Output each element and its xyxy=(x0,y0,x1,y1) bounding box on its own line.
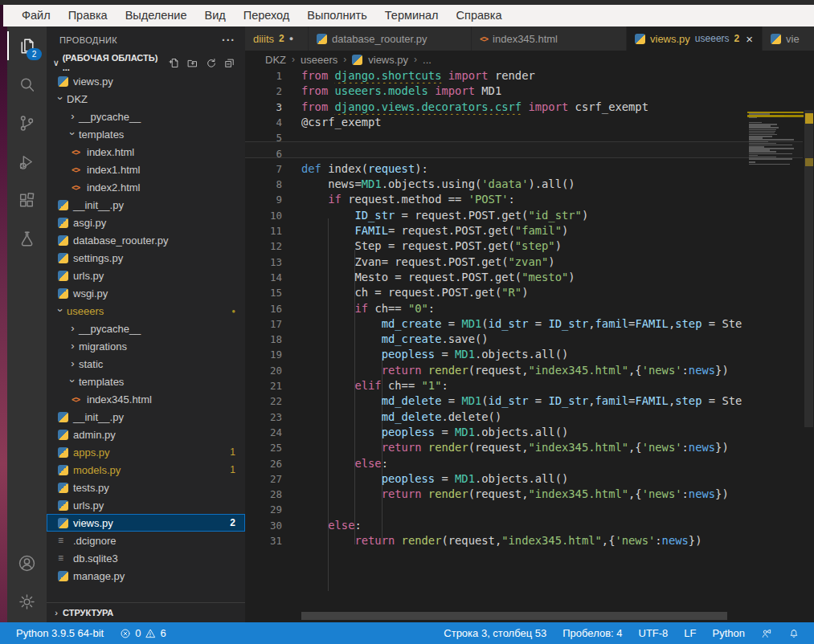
menu-item-Справка[interactable]: Справка xyxy=(448,5,511,26)
code-line-11[interactable]: 11 FAMIL= request.POST.get("famil") xyxy=(245,223,814,238)
tree-item-views.py[interactable]: views.py xyxy=(47,72,245,90)
tree-item-urls.py[interactable]: urls.py xyxy=(47,496,245,514)
status-feedback-icon[interactable] xyxy=(755,628,779,639)
tree-item-database_roouter.py[interactable]: database_roouter.py xyxy=(47,231,245,249)
code-line-13[interactable]: 13 Zvan= request.POST.get("zvan") xyxy=(245,255,814,270)
code-line-28[interactable]: 28 return render(request,"index345.html"… xyxy=(245,487,814,502)
status-indentation[interactable]: Пробелов: 4 xyxy=(556,627,628,639)
activity-explorer-icon[interactable]: 2 xyxy=(7,26,47,65)
code-line-21[interactable]: 21 elif ch== "1": xyxy=(245,378,814,393)
activity-source-control-icon[interactable] xyxy=(7,104,47,142)
code-line-27[interactable]: 27 peopless = MD1.objects.all() xyxy=(245,471,814,487)
outline-section-header[interactable]: › СТРУКТУРА xyxy=(47,602,245,622)
menu-item-Выделение[interactable]: Выделение xyxy=(117,5,196,26)
new-file-icon[interactable] xyxy=(166,55,182,71)
minimap[interactable] xyxy=(747,112,804,168)
tree-item-apps.py[interactable]: apps.py1 xyxy=(47,443,245,461)
code-line-19[interactable]: 19 peopless = MD1.objects.all() xyxy=(245,347,814,362)
breadcrumb-item-DKZ[interactable]: DKZ xyxy=(265,54,286,66)
menu-item-Переход[interactable]: Переход xyxy=(235,5,299,26)
menu-item-Терминал[interactable]: Терминал xyxy=(376,5,448,26)
status-eol[interactable]: LF xyxy=(677,627,702,639)
code-line-24[interactable]: 24 peopless = MD1.objects.all() xyxy=(245,425,814,440)
tree-item-index1.html[interactable]: <>index1.html xyxy=(47,161,245,178)
code-line-17[interactable]: 17 md_create = MD1(id_str = ID_str,famil… xyxy=(245,316,814,332)
menu-item-Вид[interactable]: Вид xyxy=(195,5,234,26)
tree-item-useeers[interactable]: ›useeers● xyxy=(47,302,245,320)
status-problems[interactable]: 06 xyxy=(113,627,172,639)
tree-item-.dcignore[interactable]: ≡.dcignore xyxy=(47,532,245,549)
breadcrumb-item-useeers[interactable]: useeers xyxy=(301,54,337,66)
tree-item-__init__.py[interactable]: __init__.py xyxy=(47,408,245,426)
code-line-25[interactable]: 25 return render(request,"index345.html"… xyxy=(245,440,814,455)
tree-item-asgi.py[interactable]: asgi.py xyxy=(47,214,245,231)
activity-run-debug-icon[interactable] xyxy=(7,142,47,181)
tree-item-static[interactable]: ›static xyxy=(47,355,245,373)
tree-item-models.py[interactable]: models.py1 xyxy=(47,461,245,479)
code-line-29[interactable]: 29 xyxy=(245,502,814,517)
code-line-8[interactable]: 8 news=MD1.objects.using('daata').all() xyxy=(245,177,814,192)
tab-views.py[interactable]: views.pyuseeers2× xyxy=(627,26,763,51)
code-line-12[interactable]: 12 Step = request.POST.get("step") xyxy=(245,238,814,254)
code-line-4[interactable]: 4@csrf_exempt xyxy=(245,115,814,130)
workspace-section-header[interactable]: ∨ (РАБОЧАЯ ОБЛАСТЬ) ... xyxy=(47,53,245,72)
activity-search-icon[interactable] xyxy=(7,65,47,104)
activity-settings-icon[interactable] xyxy=(7,582,47,621)
tree-item-manage.py[interactable]: manage.py xyxy=(47,567,245,585)
status-language[interactable]: Python xyxy=(706,627,751,639)
tab-diiits[interactable]: diiits2● xyxy=(245,26,309,51)
tree-item-__pycache__[interactable]: ›__pycache__ xyxy=(47,320,245,337)
tree-item-urls.py[interactable]: urls.py xyxy=(47,267,245,284)
tree-item-views.py[interactable]: views.py2 xyxy=(47,514,245,532)
status-bell-icon[interactable] xyxy=(782,628,806,639)
code-line-14[interactable]: 14 Mesto = request.POST.get("mesto") xyxy=(245,270,814,285)
code-line-6[interactable]: 6 xyxy=(245,146,814,161)
new-folder-icon[interactable] xyxy=(184,55,200,71)
code-line-20[interactable]: 20 return render(request,"index345.html"… xyxy=(245,363,814,378)
breadcrumb[interactable]: DKZ›useeers›views.py›... xyxy=(245,51,814,68)
tree-item-wsgi.py[interactable]: wsgi.py xyxy=(47,284,245,302)
tree-item-templates[interactable]: ›templates xyxy=(47,125,245,143)
code-line-15[interactable]: 15 ch = request.POST.get("R") xyxy=(245,285,814,300)
activity-extensions-icon[interactable] xyxy=(7,181,47,219)
tree-item-index.html[interactable]: <>index.html xyxy=(47,143,245,161)
code-line-1[interactable]: 1from django.shortcuts import render xyxy=(245,68,814,84)
activity-account-icon[interactable] xyxy=(7,544,47,582)
menu-item-Выполнить[interactable]: Выполнить xyxy=(298,5,375,26)
tree-item-__pycache__[interactable]: ›__pycache__ xyxy=(47,108,245,125)
code-line-9[interactable]: 9 if request.method == 'POST': xyxy=(245,192,814,207)
tree-item-index2.html[interactable]: <>index2.html xyxy=(47,178,245,196)
tab-vie[interactable]: vie xyxy=(763,26,814,51)
status-encoding[interactable]: UTF-8 xyxy=(632,627,675,639)
code-editor[interactable]: 1from django.shortcuts import render2fro… xyxy=(245,68,814,622)
tree-item-__init__.py[interactable]: __init__.py xyxy=(47,196,245,214)
code-line-18[interactable]: 18 md_create.save() xyxy=(245,332,814,347)
code-line-10[interactable]: 10 ID_str = request.POST.get("id_str") xyxy=(245,208,814,223)
tree-item-index345.html[interactable]: <>index345.html xyxy=(47,390,245,408)
code-line-7[interactable]: 7def index(request): xyxy=(245,161,814,177)
status-cursor-position[interactable]: Строка 3, столбец 53 xyxy=(437,627,553,639)
code-line-22[interactable]: 22 md_delete = MD1(id_str = ID_str,famil… xyxy=(245,393,814,409)
refresh-icon[interactable] xyxy=(202,55,219,71)
tab-index345.html[interactable]: <>index345.html xyxy=(472,26,627,51)
breadcrumb-item-...[interactable]: ... xyxy=(423,54,432,66)
tree-item-migrations[interactable]: ›migrations xyxy=(47,337,245,355)
menu-item-Файл[interactable]: Файл xyxy=(13,5,59,26)
breadcrumb-item-views.py[interactable]: views.py xyxy=(368,54,408,66)
collapse-all-icon[interactable] xyxy=(221,55,237,71)
tree-item-templates[interactable]: ›templates xyxy=(47,373,245,390)
activity-testing-icon[interactable] xyxy=(7,219,47,258)
horizontal-scrollbar[interactable] xyxy=(301,612,727,620)
tree-item-DKZ[interactable]: ›DKZ xyxy=(47,90,245,108)
tree-item-admin.py[interactable]: admin.py xyxy=(47,426,245,443)
code-line-2[interactable]: 2from useeers.models import MD1 xyxy=(245,84,814,99)
code-line-5[interactable]: 5 xyxy=(245,130,814,145)
code-line-26[interactable]: 26 else: xyxy=(245,456,814,471)
code-line-3[interactable]: 3from django.views.decorators.csrf impor… xyxy=(245,100,814,115)
tree-item-settings.py[interactable]: settings.py xyxy=(47,249,245,267)
close-icon[interactable]: × xyxy=(746,32,753,46)
tree-item-db.sqlite3[interactable]: ≡db.sqlite3 xyxy=(47,549,245,567)
code-line-16[interactable]: 16 if ch== "0": xyxy=(245,301,814,316)
status-python-version[interactable]: Python 3.9.5 64-bit xyxy=(10,627,110,639)
tab-database_roouter.py[interactable]: database_roouter.py xyxy=(309,26,472,51)
